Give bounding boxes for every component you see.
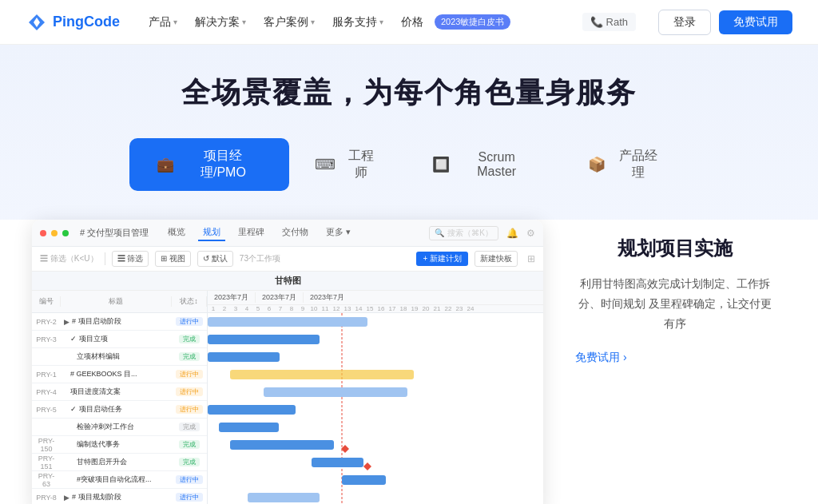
table-row[interactable]: PRY-151 甘特图启开升会 完成 bbox=[32, 454, 207, 471]
hero-section: 全场景覆盖，为每个角色量身服务 💼 项目经理/PMO ⌨ 工程师 🔲 Scrum… bbox=[0, 45, 818, 504]
navbar: PingCode 产品 ▾ 解决方案 ▾ 客户案例 ▾ 服务支持 ▾ 价格 20… bbox=[0, 0, 818, 45]
nav-products[interactable]: 产品 ▾ bbox=[142, 12, 184, 33]
nav-cases[interactable]: 客户案例 ▾ bbox=[257, 12, 321, 33]
free-trial-button[interactable]: 免费试用 bbox=[719, 10, 792, 34]
svg-rect-5 bbox=[208, 352, 280, 362]
task-count: 73个工作项 bbox=[240, 253, 280, 264]
table-row[interactable]: 检验冲刺对工作台 完成 bbox=[32, 419, 207, 436]
table-row[interactable]: PRY-63 #突破项目自动化流程... 进行中 bbox=[32, 471, 207, 489]
window-max-dot bbox=[62, 230, 69, 236]
gantt-toolbar: ☰ 筛选（K<U） ☰ 筛选 ⊞ 视图 ↺ 默认 73个工作项 + 新建计划 新… bbox=[32, 247, 543, 272]
gantt-section-title: 甘特图 bbox=[32, 272, 543, 291]
gantt-topbar: # 交付型项目管理 概览 规划 里程碑 交付物 更多 ▾ 🔍 搜索（⌘K） 🔔 … bbox=[32, 220, 543, 247]
role-tab-pmo[interactable]: 💼 项目经理/PMO bbox=[129, 138, 289, 191]
svg-rect-7 bbox=[264, 387, 407, 397]
gantt-tab-more[interactable]: 更多 ▾ bbox=[321, 224, 355, 241]
right-info-panel: 规划项目实施 利用甘特图高效完成计划制定、工作拆分、时间规划 及里程碑确定，让交… bbox=[575, 220, 775, 365]
nav-phone: 📞 Rath bbox=[582, 13, 636, 31]
svg-rect-3 bbox=[208, 317, 367, 327]
table-row[interactable]: PRY-4 项目进度清文案 进行中 bbox=[32, 383, 207, 401]
table-row[interactable]: PRY-3 ✓ 项目立项 完成 bbox=[32, 331, 207, 348]
chevron-down-icon: ▾ bbox=[311, 18, 315, 26]
hero-title: 全场景覆盖，为每个角色量身服务 bbox=[0, 73, 818, 113]
gantt-tab-bar: 概览 规划 里程碑 交付物 更多 ▾ bbox=[163, 224, 355, 241]
gantt-tab-delivery[interactable]: 交付物 bbox=[277, 224, 313, 241]
table-row[interactable]: PRY-1 # GEEKBOOKS 目... 进行中 bbox=[32, 366, 207, 383]
phone-icon: 📞 bbox=[590, 16, 603, 28]
role-tab-product[interactable]: 📦 产品经理 bbox=[561, 138, 689, 191]
new-plan-btn[interactable]: + 新建计划 bbox=[416, 252, 468, 266]
col-header-num: 编号 bbox=[32, 296, 61, 307]
col-header-status: 状态↕ bbox=[172, 296, 207, 307]
table-row[interactable]: PRY-2 ▶# 项目启动阶段 进行中 bbox=[32, 313, 207, 331]
svg-rect-10 bbox=[230, 440, 334, 450]
project-title: # 交付型项目管理 bbox=[80, 227, 149, 239]
role-tabs: 💼 项目经理/PMO ⌨ 工程师 🔲 Scrum Master 📦 产品经理 bbox=[129, 138, 689, 191]
gantt-date-header: 2023年7月 2023年7月 2023年7月 1 2 3 4 5 6 bbox=[208, 291, 543, 313]
code-icon: ⌨ bbox=[315, 156, 336, 173]
brand-logo[interactable]: PingCode bbox=[26, 11, 120, 34]
nav-links: 产品 ▾ 解决方案 ▾ 客户案例 ▾ 服务支持 ▾ 价格 2023敏捷白皮书 bbox=[142, 12, 560, 33]
gantt-tab-milestone[interactable]: 里程碑 bbox=[233, 224, 269, 241]
default-btn[interactable]: ↺ 默认 bbox=[197, 251, 233, 267]
svg-rect-9 bbox=[219, 423, 279, 432]
gantt-body: 编号 标题 状态↕ PRY-2 ▶# 项目启动阶段 进行中 PRY-3 ✓ 项目… bbox=[32, 291, 543, 504]
nav-actions: 登录 免费试用 bbox=[658, 10, 792, 35]
filter-btn[interactable]: ☰ 筛选 bbox=[112, 251, 149, 267]
gantt-tab-plan[interactable]: 规划 bbox=[198, 224, 225, 241]
scrum-icon: 🔲 bbox=[431, 156, 452, 173]
svg-rect-15 bbox=[248, 493, 320, 502]
gantt-card: # 交付型项目管理 概览 规划 里程碑 交付物 更多 ▾ 🔍 搜索（⌘K） 🔔 … bbox=[32, 220, 543, 504]
briefcase-icon: 💼 bbox=[155, 156, 177, 173]
gantt-col-headers: 编号 标题 状态↕ bbox=[32, 291, 207, 313]
nav-support[interactable]: 服务支持 ▾ bbox=[326, 12, 390, 33]
box-icon: 📦 bbox=[586, 156, 608, 173]
panel-cta[interactable]: 免费试用 › bbox=[575, 351, 775, 365]
window-min-dot bbox=[51, 230, 58, 236]
nav-price[interactable]: 价格 bbox=[395, 12, 430, 33]
login-button[interactable]: 登录 bbox=[658, 10, 711, 35]
svg-rect-6 bbox=[230, 370, 414, 379]
settings-icon: ⚙ bbox=[526, 228, 535, 239]
gantt-left-panel: 编号 标题 状态↕ PRY-2 ▶# 项目启动阶段 进行中 PRY-3 ✓ 项目… bbox=[32, 291, 208, 504]
svg-marker-13 bbox=[363, 462, 371, 470]
svg-rect-14 bbox=[342, 475, 386, 485]
table-row[interactable]: 立项材料编辑 完成 bbox=[32, 348, 207, 366]
svg-rect-4 bbox=[208, 335, 320, 344]
col-header-title: 标题 bbox=[61, 296, 172, 307]
role-tab-engineer[interactable]: ⌨ 工程师 bbox=[289, 138, 405, 191]
main-content: # 交付型项目管理 概览 规划 里程碑 交付物 更多 ▾ 🔍 搜索（⌘K） 🔔 … bbox=[0, 220, 818, 504]
panel-title: 规划项目实施 bbox=[575, 236, 775, 261]
search-box[interactable]: 🔍 搜索（⌘K） bbox=[429, 226, 498, 240]
gantt-tab-overview[interactable]: 概览 bbox=[163, 224, 190, 241]
role-tab-scrum[interactable]: 🔲 Scrum Master bbox=[405, 141, 561, 189]
breadcrumb: ☰ 筛选（K<U） bbox=[40, 253, 98, 264]
grid-icon: ⊞ bbox=[527, 253, 535, 264]
view-btn[interactable]: ⊞ 视图 bbox=[155, 251, 191, 267]
bell-icon: 🔔 bbox=[506, 228, 518, 239]
chevron-down-icon: ▾ bbox=[379, 18, 383, 26]
brand-name: PingCode bbox=[53, 14, 120, 30]
chevron-down-icon: ▾ bbox=[173, 18, 177, 26]
table-row[interactable]: PRY-5 ✓ 项目启动任务 进行中 bbox=[32, 401, 207, 419]
panel-desc: 利用甘特图高效完成计划制定、工作拆分、时间规划 及里程碑确定，让交付更有序 bbox=[575, 274, 775, 335]
svg-rect-12 bbox=[312, 458, 363, 467]
table-row[interactable]: PRY-150 编制迭代事务 完成 bbox=[32, 436, 207, 454]
chevron-down-icon: ▾ bbox=[242, 18, 246, 26]
nav-badge[interactable]: 2023敏捷白皮书 bbox=[435, 14, 510, 30]
new-quick-btn[interactable]: 新建快板 bbox=[475, 251, 518, 267]
window-close-dot bbox=[40, 230, 46, 236]
table-row[interactable]: PRY-8 ▶# 项目规划阶段 进行中 bbox=[32, 489, 207, 504]
nav-solutions[interactable]: 解决方案 ▾ bbox=[189, 12, 252, 33]
search-icon: 🔍 bbox=[435, 228, 444, 237]
svg-rect-8 bbox=[208, 405, 296, 415]
gantt-chart: 2023年7月 2023年7月 2023年7月 1 2 3 4 5 6 bbox=[208, 291, 543, 504]
